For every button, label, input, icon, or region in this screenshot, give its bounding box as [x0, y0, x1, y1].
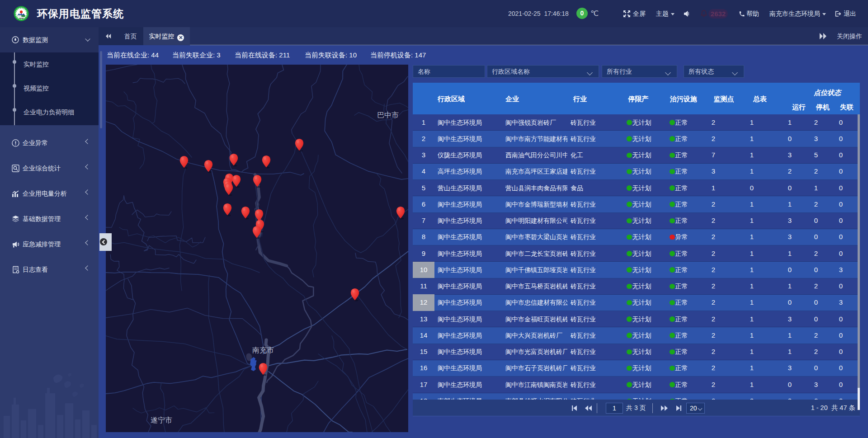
svg-text:南充市: 南充市	[252, 346, 274, 354]
svg-text:巴中市: 巴中市	[377, 111, 399, 119]
svg-text:遂宁市: 遂宁市	[151, 416, 172, 424]
